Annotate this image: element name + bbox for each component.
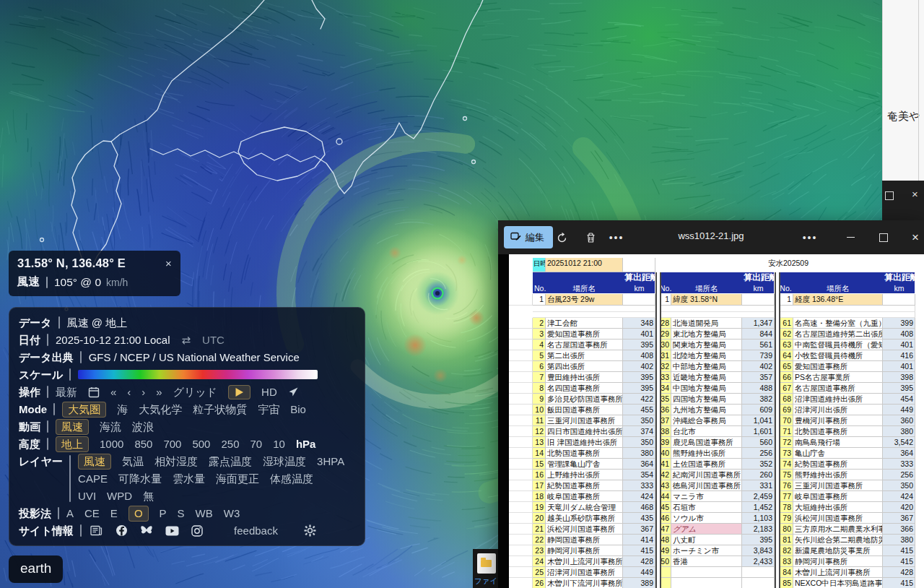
maximize-icon[interactable] xyxy=(885,190,894,203)
panel-option[interactable]: 露点温度 xyxy=(209,453,252,470)
panel-option[interactable]: 250 xyxy=(221,436,239,452)
sheet-cell-km: 331 xyxy=(742,480,775,491)
panel-row-content xyxy=(78,366,318,383)
instagram-icon[interactable] xyxy=(190,524,204,538)
panel-value[interactable]: UTC xyxy=(202,332,225,348)
sheet-cell-km: 560 xyxy=(742,437,775,448)
panel-option[interactable]: hPa xyxy=(296,436,316,452)
panel-option[interactable]: CE xyxy=(84,505,100,522)
panel-row: スケール xyxy=(19,366,354,383)
panel-option[interactable]: グリッド xyxy=(173,384,217,400)
panel-option[interactable]: WPD xyxy=(107,488,132,504)
facebook-icon[interactable] xyxy=(114,524,128,538)
youtube-icon[interactable] xyxy=(165,524,179,538)
panel-option[interactable]: 海 xyxy=(117,401,128,418)
sheet-cell-name: 新濃尾農地防災事業所 xyxy=(793,545,883,556)
sheet-cell-km: 395 xyxy=(623,340,655,350)
panel-option[interactable]: 気温 xyxy=(122,453,144,470)
sheet-header-km: km xyxy=(623,283,655,294)
gear-icon[interactable] xyxy=(303,524,318,538)
play-icon[interactable] xyxy=(228,385,250,399)
minimize-icon[interactable] xyxy=(834,220,866,254)
edit-button[interactable]: 編集 xyxy=(504,226,553,248)
color-scale-bar[interactable] xyxy=(78,370,318,379)
rotate-icon[interactable] xyxy=(553,229,570,246)
panel-option[interactable]: 湿球温度 xyxy=(263,453,306,470)
earth-menu-button[interactable]: earth xyxy=(9,555,63,583)
panel-option[interactable]: › xyxy=(141,384,145,400)
file-explorer-desktop-icon[interactable] xyxy=(477,553,496,574)
panel-option[interactable]: 700 xyxy=(163,436,181,452)
panel-option[interactable]: » xyxy=(156,384,162,400)
panel-option[interactable]: HD xyxy=(261,384,277,400)
sheet-cell-km: 380 xyxy=(883,426,915,437)
swap-local-utc-icon[interactable]: ⇄ xyxy=(181,332,191,348)
panel-option[interactable]: 体感温度 xyxy=(270,470,313,487)
panel-option[interactable]: 地上 xyxy=(56,436,89,452)
panel-option[interactable]: O xyxy=(128,506,149,522)
panel-option[interactable]: 大気化学 xyxy=(139,401,182,418)
sheet-cell-no: 83 xyxy=(778,556,793,567)
sheet-cell xyxy=(742,567,775,578)
sheet-cell-no: 76 xyxy=(778,480,793,491)
panel-row: 投影法ACEEOPSWBW3 xyxy=(19,505,354,522)
spreadsheet-image: 日時20251012 21:00算出距離No.場所名km1台風23号 29w2津… xyxy=(509,254,924,588)
butterfly-icon[interactable] xyxy=(139,524,154,538)
panel-row-content: GFS / NCEP / US National Weather Service xyxy=(89,349,300,366)
panel-option[interactable]: 850 xyxy=(134,436,152,452)
sheet-cell-name: 豊田維持出張所 xyxy=(546,372,623,383)
panel-option[interactable]: 宇宙 xyxy=(258,401,279,418)
panel-option[interactable]: 大気圏 xyxy=(62,402,106,418)
panel-option[interactable]: 波浪 xyxy=(132,418,154,435)
more-icon[interactable]: ••• xyxy=(608,229,625,246)
panel-row-label: データ出典 xyxy=(19,349,74,366)
panel-option[interactable]: 粒子状物質 xyxy=(193,401,247,418)
navigation-icon[interactable] xyxy=(288,386,299,397)
panel-option[interactable]: Bio xyxy=(290,401,306,418)
close-icon[interactable]: × xyxy=(912,188,918,200)
panel-option[interactable]: UVI xyxy=(78,488,96,504)
sheet-cell-name: PS名古屋事業所 xyxy=(793,372,883,383)
delete-icon[interactable] xyxy=(582,229,599,246)
panel-option[interactable]: CAPE xyxy=(78,470,108,487)
panel-option[interactable]: E xyxy=(110,505,118,522)
sheet-header-no: No. xyxy=(533,283,546,294)
more-icon[interactable]: ••• xyxy=(801,229,819,246)
panel-option[interactable]: WB xyxy=(196,505,213,522)
panel-option[interactable]: 海面更正 xyxy=(216,470,259,487)
panel-option[interactable]: 無 xyxy=(143,488,154,504)
panel-option[interactable]: 可降水量 xyxy=(118,470,162,487)
close-icon[interactable]: × xyxy=(160,257,172,269)
panel-option[interactable]: S xyxy=(178,505,185,522)
sheet-cell-no: 22 xyxy=(533,535,546,545)
panel-option[interactable]: 10 xyxy=(273,436,285,452)
sheet-cell xyxy=(509,578,533,588)
divider xyxy=(58,507,59,519)
panel-option[interactable]: 風速 xyxy=(56,419,89,435)
close-icon[interactable]: × xyxy=(899,220,924,254)
panel-option[interactable]: 70 xyxy=(250,436,263,452)
calendar-icon[interactable] xyxy=(88,386,100,398)
panel-option[interactable]: W3 xyxy=(224,505,240,522)
sheet-cell-name: 津工会館 xyxy=(546,318,623,329)
sheet-cell-name: 岐阜国道事務所 xyxy=(546,491,623,502)
panel-option[interactable]: 1000 xyxy=(100,436,123,452)
panel-option[interactable]: 海流 xyxy=(100,418,121,435)
panel-option[interactable]: P xyxy=(160,505,167,522)
panel-option[interactable]: ‹ xyxy=(127,384,131,400)
divider xyxy=(47,438,48,450)
panel-option[interactable]: 500 xyxy=(192,436,210,452)
scrollbar[interactable] xyxy=(918,0,919,181)
sheet-cell-name: 紀勢国道事務所 xyxy=(546,480,623,491)
panel-option[interactable]: A xyxy=(66,505,74,522)
panel-option[interactable]: 相対湿度 xyxy=(154,453,198,470)
feedback-link[interactable]: feedback xyxy=(234,522,278,539)
panel-option[interactable]: 雲水量 xyxy=(173,470,205,487)
panel-option[interactable]: 風速 xyxy=(78,454,111,470)
panel-option[interactable]: 最新 xyxy=(56,384,77,400)
sheet-pane-separator xyxy=(775,272,780,588)
news-icon[interactable] xyxy=(89,524,103,538)
panel-option[interactable]: « xyxy=(110,384,116,400)
panel-option[interactable]: 3HPA xyxy=(317,453,344,470)
maximize-icon[interactable] xyxy=(868,220,899,254)
